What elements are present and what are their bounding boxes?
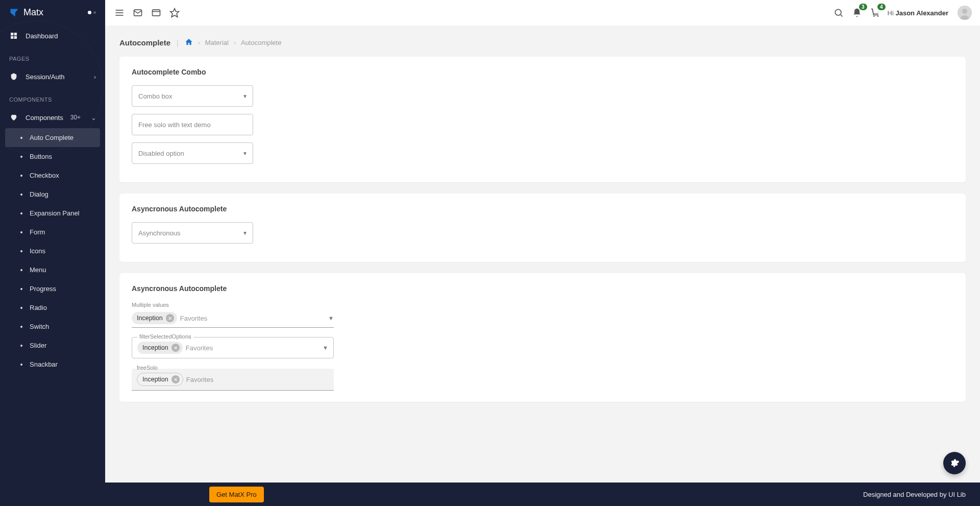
- dropdown-icon[interactable]: ▼: [323, 345, 328, 351]
- sidebar: Matx Dashboard PAGES Session/Auth › COMP…: [0, 0, 105, 506]
- nav-sub-dialog[interactable]: Dialog: [5, 185, 100, 204]
- chip-label: Inception: [137, 315, 163, 322]
- nav-sub-menu[interactable]: Menu: [5, 260, 100, 279]
- dashboard-icon: [9, 31, 18, 40]
- nav-session-auth[interactable]: Session/Auth ›: [0, 66, 105, 87]
- nav-sub-form[interactable]: Form: [5, 223, 100, 242]
- nav-sub-switch[interactable]: Switch: [5, 317, 100, 336]
- breadcrumb: › Material › Autocomplete: [185, 38, 282, 47]
- nav-sub-snackbar[interactable]: Snackbar: [5, 355, 100, 374]
- nav-sub-progress[interactable]: Progress: [5, 279, 100, 298]
- chip-inception: Inception ✕: [137, 342, 183, 354]
- footer: Get MatX Pro Designed and Developed by U…: [105, 483, 980, 506]
- separator: |: [177, 39, 179, 47]
- get-pro-button[interactable]: Get MatX Pro: [209, 487, 264, 502]
- freesolo-label: freeSolo: [137, 365, 158, 371]
- freesolo-field[interactable]: [132, 114, 253, 135]
- home-icon[interactable]: [185, 38, 193, 47]
- nav: Dashboard PAGES Session/Auth › COMPONENT…: [0, 25, 105, 506]
- dropdown-icon[interactable]: ▼: [242, 93, 248, 99]
- nav-sub-icons[interactable]: Icons: [5, 242, 100, 260]
- avatar[interactable]: [958, 6, 972, 20]
- chip-label: Inception: [142, 344, 168, 351]
- nav-sub-label: Icons: [30, 247, 45, 255]
- svg-marker-10: [170, 9, 179, 17]
- dropdown-icon[interactable]: ▼: [242, 151, 248, 156]
- chip-delete-icon[interactable]: ✕: [172, 344, 180, 352]
- multiple-values-field[interactable]: Inception ✕ ▼: [132, 310, 334, 328]
- combo-box-input[interactable]: [138, 92, 242, 100]
- gear-icon: [949, 458, 960, 468]
- topbar: 3 4 Hi Jason Alexander: [105, 0, 980, 26]
- mail-icon[interactable]: [132, 7, 144, 19]
- nav-sub-label: Switch: [30, 323, 49, 330]
- nav-sub-slider[interactable]: Slider: [5, 336, 100, 355]
- nav-sub-label: Expansion Panel: [30, 209, 80, 217]
- favorites-input[interactable]: [186, 344, 320, 352]
- card-title: Autocomplete Combo: [132, 68, 953, 76]
- nav-dashboard[interactable]: Dashboard: [0, 25, 105, 46]
- dropdown-icon[interactable]: ▼: [242, 230, 248, 236]
- disabled-option-field[interactable]: ▼: [132, 142, 253, 164]
- nav-sub-label: Checkbox: [30, 172, 59, 179]
- web-asset-icon[interactable]: [150, 7, 162, 19]
- nav-label: Dashboard: [26, 32, 58, 40]
- theme-toggle[interactable]: [88, 11, 96, 14]
- card-async-autocomplete-1: Asyncronous Autocomplete ▼: [119, 194, 966, 262]
- chevron-down-icon: ⌄: [91, 114, 96, 122]
- components-count: 30+: [70, 114, 81, 121]
- notifications-icon[interactable]: 3: [851, 7, 863, 19]
- cart-icon[interactable]: 4: [869, 7, 881, 19]
- shield-icon: [9, 72, 18, 81]
- filter-selected-field[interactable]: filterSelectedOptions Inception ✕ ▼: [132, 337, 334, 358]
- svg-rect-8: [153, 10, 160, 16]
- dropdown-icon[interactable]: ▼: [328, 315, 334, 321]
- nav-sub-buttons[interactable]: Buttons: [5, 147, 100, 166]
- svg-rect-3: [14, 36, 17, 39]
- nav-components[interactable]: Components 30+ ⌄: [0, 107, 105, 128]
- breadcrumb-row: Autocomplete | › Material › Autocomplete: [119, 38, 966, 47]
- app-root: Matx Dashboard PAGES Session/Auth › COMP…: [0, 0, 980, 506]
- nav-sub-expansion[interactable]: Expansion Panel: [5, 204, 100, 223]
- star-icon[interactable]: [168, 7, 181, 19]
- user-greeting: Hi Jason Alexander: [888, 9, 948, 17]
- disabled-option-input[interactable]: [138, 150, 242, 157]
- nav-sub-label: Slider: [30, 342, 46, 349]
- brand-logo-icon: [9, 8, 19, 18]
- card-title: Asyncronous Autocomplete: [132, 284, 953, 293]
- nav-sub-label: Progress: [30, 285, 56, 293]
- card-title: Asyncronous Autocomplete: [132, 205, 953, 213]
- menu-icon[interactable]: [113, 7, 126, 19]
- chip-delete-icon[interactable]: ✕: [166, 314, 174, 322]
- nav-sub-label: Menu: [30, 266, 46, 274]
- chevron-right-icon: ›: [94, 73, 96, 81]
- brand-name: Matx: [23, 7, 43, 18]
- chevron-right-icon: ›: [234, 39, 236, 46]
- nav-sub-label: Buttons: [30, 153, 52, 160]
- async-field[interactable]: ▼: [132, 222, 253, 244]
- freesolo-input[interactable]: [138, 121, 248, 129]
- freesolo-chip-field[interactable]: freeSolo Inception ✕: [132, 369, 334, 391]
- search-icon[interactable]: [832, 7, 845, 19]
- nav-sub-radio[interactable]: Radio: [5, 298, 100, 317]
- heart-icon: [9, 113, 18, 122]
- brand: Matx: [0, 0, 105, 25]
- settings-fab[interactable]: [943, 452, 966, 474]
- combo-box-field[interactable]: ▼: [132, 85, 253, 107]
- async-input[interactable]: [138, 229, 242, 237]
- favorites-input[interactable]: [180, 315, 325, 322]
- favorites-input[interactable]: [186, 376, 329, 383]
- nav-sub-label: Form: [30, 228, 45, 236]
- nav-sub-autocomplete[interactable]: Auto Complete: [5, 128, 100, 147]
- chip-inception: Inception ✕: [132, 312, 177, 324]
- chip-delete-icon[interactable]: ✕: [172, 375, 180, 383]
- crumb-material[interactable]: Material: [205, 39, 229, 46]
- main: 3 4 Hi Jason Alexander Autocomplete | › …: [105, 0, 980, 506]
- nav-sub-label: Dialog: [30, 190, 48, 198]
- card-autocomplete-combo: Autocomplete Combo ▼ ▼: [119, 57, 966, 182]
- footer-credit: Designed and Developed by UI Lib: [863, 491, 966, 498]
- page-title: Autocomplete: [119, 38, 170, 47]
- cart-badge: 4: [877, 4, 886, 10]
- chevron-right-icon: ›: [198, 39, 200, 46]
- nav-sub-checkbox[interactable]: Checkbox: [5, 166, 100, 185]
